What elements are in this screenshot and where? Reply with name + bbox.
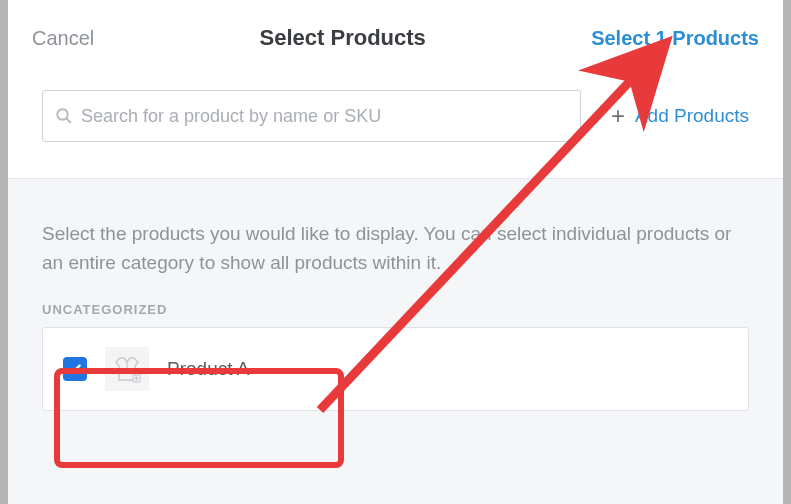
category-label: UNCATEGORIZED [42,302,749,317]
tshirt-icon [110,352,144,386]
search-section: + Add Products [8,60,783,179]
product-name: Product A [167,358,249,380]
content-area: Select the products you would like to di… [8,179,783,504]
product-checkbox[interactable] [63,357,87,381]
search-wrap [42,90,581,142]
modal-header: Cancel Select Products Select 1 Products [8,0,783,60]
svg-point-0 [57,109,68,120]
select-products-modal: Cancel Select Products Select 1 Products… [8,0,783,504]
search-input[interactable] [81,106,568,127]
search-icon [55,107,73,125]
confirm-select-button[interactable]: Select 1 Products [591,27,759,50]
modal-title: Select Products [260,25,426,51]
svg-line-1 [66,118,71,123]
product-thumbnail [105,347,149,391]
cancel-button[interactable]: Cancel [32,27,94,50]
plus-icon: + [611,104,625,128]
instructions-text: Select the products you would like to di… [42,219,732,278]
add-products-button[interactable]: + Add Products [611,104,749,128]
product-list: Product A [42,327,749,411]
product-row[interactable]: Product A [43,328,748,410]
add-products-label: Add Products [635,105,749,127]
